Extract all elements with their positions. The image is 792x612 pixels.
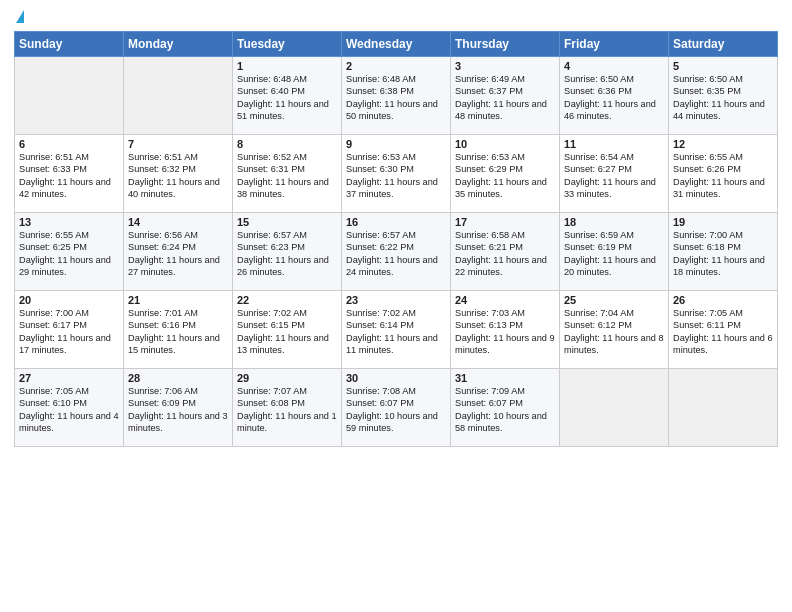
day-number: 18 xyxy=(564,216,664,228)
day-number: 27 xyxy=(19,372,119,384)
calendar-week-1: 1Sunrise: 6:48 AMSunset: 6:40 PMDaylight… xyxy=(15,57,778,135)
day-info: Sunrise: 7:06 AMSunset: 6:09 PMDaylight:… xyxy=(128,385,228,435)
day-info: Sunrise: 6:54 AMSunset: 6:27 PMDaylight:… xyxy=(564,151,664,201)
calendar-cell xyxy=(124,57,233,135)
day-info: Sunrise: 6:57 AMSunset: 6:22 PMDaylight:… xyxy=(346,229,446,279)
day-number: 17 xyxy=(455,216,555,228)
day-info: Sunrise: 6:48 AMSunset: 6:40 PMDaylight:… xyxy=(237,73,337,123)
day-number: 25 xyxy=(564,294,664,306)
calendar-cell: 9Sunrise: 6:53 AMSunset: 6:30 PMDaylight… xyxy=(342,135,451,213)
calendar-cell: 16Sunrise: 6:57 AMSunset: 6:22 PMDayligh… xyxy=(342,213,451,291)
day-number: 6 xyxy=(19,138,119,150)
calendar-cell: 17Sunrise: 6:58 AMSunset: 6:21 PMDayligh… xyxy=(451,213,560,291)
day-info: Sunrise: 6:48 AMSunset: 6:38 PMDaylight:… xyxy=(346,73,446,123)
day-number: 20 xyxy=(19,294,119,306)
day-info: Sunrise: 7:08 AMSunset: 6:07 PMDaylight:… xyxy=(346,385,446,435)
calendar-cell: 8Sunrise: 6:52 AMSunset: 6:31 PMDaylight… xyxy=(233,135,342,213)
day-number: 13 xyxy=(19,216,119,228)
weekday-header-friday: Friday xyxy=(560,32,669,57)
day-info: Sunrise: 6:55 AMSunset: 6:26 PMDaylight:… xyxy=(673,151,773,201)
day-number: 26 xyxy=(673,294,773,306)
day-info: Sunrise: 7:02 AMSunset: 6:14 PMDaylight:… xyxy=(346,307,446,357)
day-number: 24 xyxy=(455,294,555,306)
day-number: 3 xyxy=(455,60,555,72)
day-number: 19 xyxy=(673,216,773,228)
calendar-cell: 19Sunrise: 7:00 AMSunset: 6:18 PMDayligh… xyxy=(669,213,778,291)
day-info: Sunrise: 6:53 AMSunset: 6:30 PMDaylight:… xyxy=(346,151,446,201)
calendar-cell xyxy=(15,57,124,135)
calendar-cell: 20Sunrise: 7:00 AMSunset: 6:17 PMDayligh… xyxy=(15,291,124,369)
logo xyxy=(14,10,24,23)
calendar-cell xyxy=(560,369,669,447)
calendar-cell: 13Sunrise: 6:55 AMSunset: 6:25 PMDayligh… xyxy=(15,213,124,291)
calendar-week-4: 20Sunrise: 7:00 AMSunset: 6:17 PMDayligh… xyxy=(15,291,778,369)
day-info: Sunrise: 6:51 AMSunset: 6:32 PMDaylight:… xyxy=(128,151,228,201)
day-number: 21 xyxy=(128,294,228,306)
calendar-page: SundayMondayTuesdayWednesdayThursdayFrid… xyxy=(0,0,792,612)
calendar-cell: 23Sunrise: 7:02 AMSunset: 6:14 PMDayligh… xyxy=(342,291,451,369)
calendar-cell: 25Sunrise: 7:04 AMSunset: 6:12 PMDayligh… xyxy=(560,291,669,369)
day-info: Sunrise: 6:51 AMSunset: 6:33 PMDaylight:… xyxy=(19,151,119,201)
calendar-cell: 29Sunrise: 7:07 AMSunset: 6:08 PMDayligh… xyxy=(233,369,342,447)
weekday-header-monday: Monday xyxy=(124,32,233,57)
day-number: 1 xyxy=(237,60,337,72)
logo-triangle-icon xyxy=(16,10,24,23)
calendar-cell: 2Sunrise: 6:48 AMSunset: 6:38 PMDaylight… xyxy=(342,57,451,135)
day-number: 14 xyxy=(128,216,228,228)
day-number: 23 xyxy=(346,294,446,306)
calendar-cell: 24Sunrise: 7:03 AMSunset: 6:13 PMDayligh… xyxy=(451,291,560,369)
calendar-cell: 27Sunrise: 7:05 AMSunset: 6:10 PMDayligh… xyxy=(15,369,124,447)
day-number: 5 xyxy=(673,60,773,72)
day-info: Sunrise: 7:05 AMSunset: 6:11 PMDaylight:… xyxy=(673,307,773,357)
day-number: 9 xyxy=(346,138,446,150)
day-info: Sunrise: 6:57 AMSunset: 6:23 PMDaylight:… xyxy=(237,229,337,279)
calendar-cell: 28Sunrise: 7:06 AMSunset: 6:09 PMDayligh… xyxy=(124,369,233,447)
day-number: 16 xyxy=(346,216,446,228)
day-number: 15 xyxy=(237,216,337,228)
weekday-header-thursday: Thursday xyxy=(451,32,560,57)
calendar-cell: 15Sunrise: 6:57 AMSunset: 6:23 PMDayligh… xyxy=(233,213,342,291)
day-info: Sunrise: 6:50 AMSunset: 6:35 PMDaylight:… xyxy=(673,73,773,123)
calendar-cell: 7Sunrise: 6:51 AMSunset: 6:32 PMDaylight… xyxy=(124,135,233,213)
calendar-cell: 12Sunrise: 6:55 AMSunset: 6:26 PMDayligh… xyxy=(669,135,778,213)
calendar-cell: 31Sunrise: 7:09 AMSunset: 6:07 PMDayligh… xyxy=(451,369,560,447)
calendar-header: SundayMondayTuesdayWednesdayThursdayFrid… xyxy=(15,32,778,57)
day-number: 4 xyxy=(564,60,664,72)
day-info: Sunrise: 7:09 AMSunset: 6:07 PMDaylight:… xyxy=(455,385,555,435)
day-info: Sunrise: 6:58 AMSunset: 6:21 PMDaylight:… xyxy=(455,229,555,279)
day-number: 28 xyxy=(128,372,228,384)
header xyxy=(14,10,778,23)
weekday-header-sunday: Sunday xyxy=(15,32,124,57)
calendar-cell: 4Sunrise: 6:50 AMSunset: 6:36 PMDaylight… xyxy=(560,57,669,135)
day-number: 11 xyxy=(564,138,664,150)
day-info: Sunrise: 6:55 AMSunset: 6:25 PMDaylight:… xyxy=(19,229,119,279)
calendar-cell: 11Sunrise: 6:54 AMSunset: 6:27 PMDayligh… xyxy=(560,135,669,213)
calendar-week-3: 13Sunrise: 6:55 AMSunset: 6:25 PMDayligh… xyxy=(15,213,778,291)
day-info: Sunrise: 6:59 AMSunset: 6:19 PMDaylight:… xyxy=(564,229,664,279)
day-number: 30 xyxy=(346,372,446,384)
calendar-table: SundayMondayTuesdayWednesdayThursdayFrid… xyxy=(14,31,778,447)
day-number: 8 xyxy=(237,138,337,150)
calendar-week-5: 27Sunrise: 7:05 AMSunset: 6:10 PMDayligh… xyxy=(15,369,778,447)
calendar-cell: 21Sunrise: 7:01 AMSunset: 6:16 PMDayligh… xyxy=(124,291,233,369)
calendar-cell xyxy=(669,369,778,447)
day-info: Sunrise: 6:50 AMSunset: 6:36 PMDaylight:… xyxy=(564,73,664,123)
calendar-cell: 3Sunrise: 6:49 AMSunset: 6:37 PMDaylight… xyxy=(451,57,560,135)
weekday-header-tuesday: Tuesday xyxy=(233,32,342,57)
day-info: Sunrise: 6:56 AMSunset: 6:24 PMDaylight:… xyxy=(128,229,228,279)
day-number: 29 xyxy=(237,372,337,384)
day-info: Sunrise: 7:04 AMSunset: 6:12 PMDaylight:… xyxy=(564,307,664,357)
day-number: 2 xyxy=(346,60,446,72)
day-number: 31 xyxy=(455,372,555,384)
day-info: Sunrise: 6:52 AMSunset: 6:31 PMDaylight:… xyxy=(237,151,337,201)
day-number: 7 xyxy=(128,138,228,150)
calendar-cell: 14Sunrise: 6:56 AMSunset: 6:24 PMDayligh… xyxy=(124,213,233,291)
day-number: 12 xyxy=(673,138,773,150)
day-info: Sunrise: 6:53 AMSunset: 6:29 PMDaylight:… xyxy=(455,151,555,201)
day-info: Sunrise: 7:00 AMSunset: 6:17 PMDaylight:… xyxy=(19,307,119,357)
calendar-cell: 26Sunrise: 7:05 AMSunset: 6:11 PMDayligh… xyxy=(669,291,778,369)
day-info: Sunrise: 7:01 AMSunset: 6:16 PMDaylight:… xyxy=(128,307,228,357)
weekday-header-saturday: Saturday xyxy=(669,32,778,57)
calendar-cell: 22Sunrise: 7:02 AMSunset: 6:15 PMDayligh… xyxy=(233,291,342,369)
day-number: 22 xyxy=(237,294,337,306)
